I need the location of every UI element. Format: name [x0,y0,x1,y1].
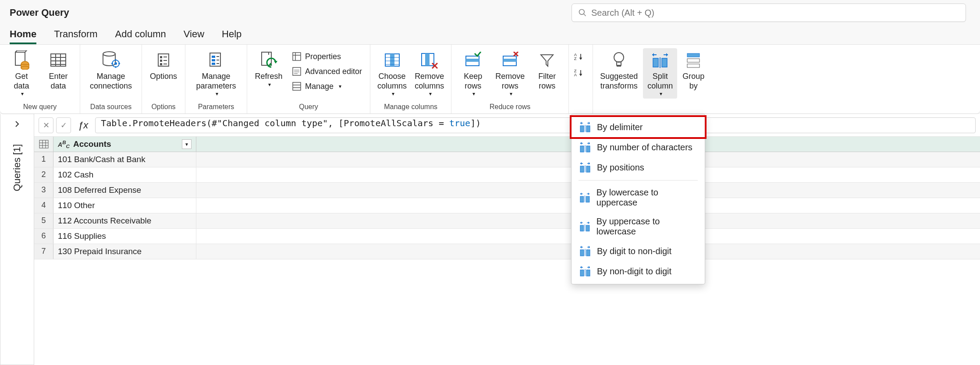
ribbon-tabs: Home Transform Add column View Help [0,25,980,45]
options-button[interactable]: Options [146,48,181,83]
properties-label: Properties [305,52,341,61]
ribbon-group-transform: Suggested transforms Split column ▾ Grou… [593,45,711,113]
svg-marker-64 [579,58,582,60]
menu-by-delimiter[interactable]: By delimiter [572,117,705,137]
svg-rect-90 [586,146,590,152]
accept-formula-button[interactable]: ✓ [56,117,71,133]
tab-view[interactable]: View [184,28,204,44]
table-row[interactable]: 3108 Deferred Expense [34,183,980,198]
svg-rect-81 [687,64,699,67]
menu-by-upper-lower[interactable]: By uppercase to lowercase [572,212,705,241]
properties-button[interactable]: Properties [288,50,366,63]
svg-rect-28 [212,59,215,61]
search-input[interactable] [591,8,959,18]
enter-data-button[interactable]: Enter data [41,48,75,92]
chevron-down-icon: ▾ [21,91,24,97]
search-box[interactable] [572,4,966,22]
cell[interactable]: 112 Accounts Receivable [53,213,196,228]
cell[interactable]: 110 Other [53,198,196,213]
svg-point-0 [579,10,585,15]
cell[interactable]: 130 Prepaid Insurance [53,244,196,259]
svg-point-12 [103,52,115,56]
app-title: Power Query [10,7,69,18]
sidebar-expand-button[interactable] [13,114,21,135]
remove-columns-button[interactable]: Remove columns ▾ [412,48,447,99]
group-label-reduce-rows: Reduce rows [490,101,530,113]
filter-rows-button[interactable]: Filter rows [530,48,564,92]
svg-rect-104 [586,196,589,202]
filter-icon [539,52,555,68]
remove-rows-button[interactable]: Remove rows ▾ [493,48,527,99]
split-icon [579,162,591,173]
group-by-button[interactable]: Group by [680,48,707,92]
column-header-accounts[interactable]: ABC Accounts ▼ [53,137,196,152]
text-type-icon: ABC [58,139,70,149]
tab-help[interactable]: Help [222,28,241,44]
menu-by-upper-lower-label: By uppercase to lowercase [597,216,697,237]
svg-point-14 [114,62,117,65]
table-row[interactable]: 2102 Cash [34,167,980,183]
select-all-button[interactable] [34,137,53,152]
group-by-label: Group by [682,72,704,91]
cell[interactable]: 116 Supplies [53,229,196,244]
menu-by-digit-nondigit-label: By digit to non-digit [597,246,671,256]
ribbon-group-reduce-rows: Keep rows ▾ Remove rows ▾ Filter rows Re… [451,45,569,113]
refresh-button[interactable]: Refresh ▾ [252,48,286,89]
chevron-down-icon: ▾ [429,91,432,97]
tab-home[interactable]: Home [10,28,36,44]
chevron-down-icon: ▾ [510,91,512,97]
table-row[interactable]: 1101 Bank/Cash at Bank [34,152,980,167]
sort-desc-button[interactable]: ZA [573,68,588,79]
manage-button[interactable]: Manage ▾ [288,80,366,93]
column-filter-button[interactable]: ▼ [182,139,192,149]
manage-parameters-button[interactable]: Manage parameters ▾ [190,48,242,99]
row-number: 7 [34,244,53,259]
cell[interactable]: 101 Bank/Cash at Bank [53,152,196,167]
cell[interactable]: 108 Deferred Expense [53,183,196,198]
split-column-button[interactable]: Split column ▾ [643,48,677,99]
cell[interactable]: 102 Cash [53,167,196,182]
keep-rows-button[interactable]: Keep rows ▾ [456,48,490,99]
formula-input[interactable]: Table.PromoteHeaders(#"Changed column ty… [95,117,976,133]
manage-parameters-label: Manage parameters [196,72,236,91]
menu-by-nondigit-digit[interactable]: By non-digit to digit [572,261,705,281]
formula-bar: ✕ ✓ ƒx Table.PromoteHeaders(#"Changed co… [34,114,980,137]
group-by-icon [685,52,701,68]
manage-connections-button[interactable]: Manage connections [85,48,137,92]
chevron-down-icon: ▾ [472,91,475,97]
tab-transform[interactable]: Transform [54,28,97,44]
ribbon-group-new-query: Get data ▾ Enter data New query [0,45,80,113]
chevron-down-icon: ▾ [268,82,271,88]
menu-by-positions-label: By positions [597,163,644,173]
table-row[interactable]: 5112 Accounts Receivable [34,213,980,229]
advanced-editor-label: Advanced editor [305,67,362,76]
group-label-sort [580,101,582,113]
refresh-icon [259,50,278,70]
remove-rows-label: Remove rows [495,72,525,91]
data-grid: ABC Accounts ▼ 1101 Bank/Cash at Bank210… [34,137,980,259]
menu-by-positions[interactable]: By positions [572,157,705,177]
svg-text:Z: Z [574,69,577,73]
get-data-label: Get data [14,72,29,91]
sort-asc-button[interactable]: AZ [573,52,588,63]
remove-rows-icon [501,52,519,68]
split-icon [579,266,591,277]
svg-rect-82 [580,126,584,132]
tab-add-column[interactable]: Add column [115,28,166,44]
menu-by-number-chars[interactable]: By number of characters [572,137,705,157]
menu-by-lower-upper[interactable]: By lowercase to uppercase [572,183,705,212]
ribbon: Get data ▾ Enter data New query Manage c… [0,45,980,114]
menu-by-digit-nondigit[interactable]: By digit to non-digit [572,241,705,261]
table-row[interactable]: 4110 Other [34,198,980,213]
get-data-button[interactable]: Get data ▾ [4,48,39,99]
table-row[interactable]: 7130 Prepaid Insurance [34,244,980,259]
svg-point-69 [614,53,624,62]
table-row[interactable]: 6116 Supplies [34,229,980,244]
choose-columns-button[interactable]: Choose columns ▾ [375,48,409,99]
advanced-editor-button[interactable]: Advanced editor [288,65,366,78]
suggested-transforms-button[interactable]: Suggested transforms [597,48,640,92]
svg-rect-22 [160,63,162,65]
svg-rect-79 [687,53,699,57]
cancel-formula-button[interactable]: ✕ [39,117,53,133]
column-header-label: Accounts [73,139,111,149]
